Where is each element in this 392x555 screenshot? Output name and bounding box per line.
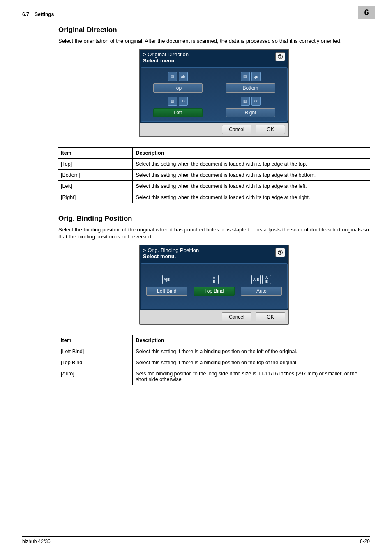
- page-header: 6.7 Settings 6: [22, 12, 370, 18]
- bind-ab-icon: A|B: [162, 275, 171, 284]
- orientation-icon: ⟲: [179, 97, 188, 106]
- panel-breadcrumb: Orig. Binding Position: [143, 247, 199, 253]
- bind-stack-icon: AB: [210, 275, 219, 284]
- doc-feeder-icon: ▥: [241, 97, 250, 106]
- heading-original-direction: Original Direction: [58, 26, 370, 34]
- option-top[interactable]: ▤ ab Top: [153, 72, 203, 92]
- desc-orig-binding-position: Select the binding position of the origi…: [58, 226, 370, 240]
- footer-product: bizhub 42/36: [22, 539, 51, 544]
- table-row: [Bottom]Select this setting when the doc…: [58, 169, 370, 180]
- option-button-left-bind[interactable]: Left Bind: [146, 287, 187, 296]
- ok-button[interactable]: OK: [256, 312, 285, 321]
- help-icon: [277, 54, 283, 60]
- desc-original-direction: Select the orientation of the original. …: [58, 37, 370, 45]
- table-row: [Left]Select this setting when the docum…: [58, 180, 370, 192]
- panel-original-direction: Original Direction Select menu. ▤ ab: [139, 49, 289, 137]
- heading-orig-binding-position: Orig. Binding Position: [58, 215, 370, 223]
- table-original-direction: Item Description [Top]Select this settin…: [58, 147, 370, 203]
- help-icon: [277, 250, 283, 255]
- table-row: [Auto]Sets the binding position to the l…: [58, 368, 370, 385]
- orientation-icon: ab: [179, 72, 188, 81]
- panel-orig-binding-position: Orig. Binding Position Select menu. A|B: [139, 245, 289, 325]
- table-row: [Right]Select this setting when the docu…: [58, 192, 370, 203]
- cancel-button[interactable]: Cancel: [222, 312, 251, 321]
- footer-page-number: 6-20: [360, 539, 370, 544]
- option-button-bottom[interactable]: Bottom: [226, 83, 275, 92]
- page-footer: bizhub 42/36 6-20: [22, 536, 370, 544]
- section-number: 6.7: [22, 12, 29, 17]
- option-button-right[interactable]: Right: [226, 108, 275, 117]
- option-button-auto[interactable]: Auto: [241, 287, 282, 296]
- panel-select-menu: Select menu.: [143, 58, 189, 64]
- option-auto[interactable]: A|B AB Auto: [241, 275, 282, 296]
- doc-feeder-icon: ▤: [241, 72, 250, 81]
- table-header-desc: Description: [132, 147, 370, 158]
- table-row: [Left Bind]Select this setting if there …: [58, 346, 370, 357]
- table-header-desc: Description: [132, 335, 370, 346]
- cancel-button[interactable]: Cancel: [222, 125, 251, 134]
- table-header-item: Item: [58, 147, 132, 158]
- option-top-bind[interactable]: AB Top Bind: [194, 275, 235, 296]
- table-row: [Top]Select this setting when the docume…: [58, 158, 370, 169]
- help-button[interactable]: [275, 52, 285, 61]
- table-orig-binding-position: Item Description [Left Bind]Select this …: [58, 335, 370, 385]
- option-right[interactable]: ▥ ⟳ Right: [226, 97, 275, 117]
- ok-button[interactable]: OK: [256, 125, 285, 134]
- orientation-icon: qɐ: [251, 72, 261, 81]
- panel-select-menu: Select menu.: [143, 253, 199, 260]
- table-header-item: Item: [58, 335, 132, 346]
- section-title: Settings: [35, 12, 54, 17]
- option-button-left[interactable]: Left: [153, 108, 203, 117]
- option-left[interactable]: ▥ ⟲ Left: [153, 97, 203, 117]
- help-button[interactable]: [275, 248, 285, 257]
- orientation-icon: ⟳: [251, 97, 261, 106]
- bind-stack-icon: AB: [262, 275, 271, 284]
- table-row: [Top Bind]Select this setting if there i…: [58, 357, 370, 368]
- option-button-top[interactable]: Top: [153, 83, 203, 92]
- option-button-top-bind[interactable]: Top Bind: [194, 287, 235, 296]
- panel-breadcrumb: Original Direction: [143, 51, 189, 58]
- option-left-bind[interactable]: A|B Left Bind: [146, 275, 187, 296]
- option-bottom[interactable]: ▤ qɐ Bottom: [226, 72, 275, 92]
- doc-feeder-icon: ▤: [168, 72, 177, 81]
- bind-ab-icon: A|B: [251, 275, 261, 284]
- chapter-badge: 6: [358, 6, 375, 19]
- doc-feeder-icon: ▥: [168, 97, 177, 106]
